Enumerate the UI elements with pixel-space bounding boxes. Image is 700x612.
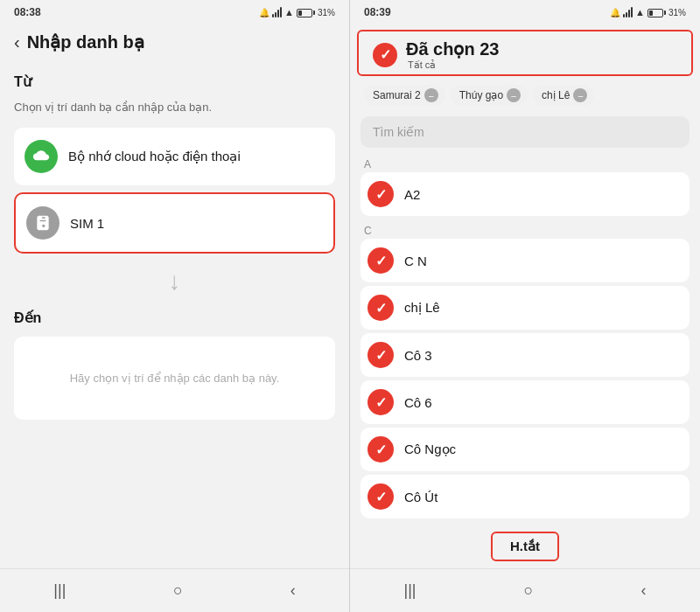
right-time: 08:39 [364,6,391,18]
option-cloud-phone[interactable]: Bộ nhớ cloud hoặc điện thoại [14,128,335,185]
left-content: Từ Chọn vị trí danh bạ cần nhập của bạn.… [0,59,349,568]
contact-co-ut-check [368,483,394,510]
contact-co-ut[interactable]: Cô Út [360,475,690,518]
right-phone-screen: 08:39 🔔 ▲ 31% Đã chọn 23 Tất cả Samu [350,0,700,612]
option-sim1[interactable]: SIM 1 [14,192,335,254]
tag-samurai2[interactable]: Samurai 2 – [364,85,445,106]
right-bottom-nav: ||| ○ ‹ [350,568,700,612]
contact-a2-check [368,181,394,207]
letter-c: C [360,219,690,239]
contact-a2-name: A2 [404,187,420,202]
left-battery-icon [297,8,315,17]
from-helper-text: Chọn vị trí danh bạ cần nhập của bạn. [14,101,335,114]
tag-chi-le[interactable]: chị Lê – [533,85,594,106]
left-time: 08:38 [14,6,41,18]
sim-icon [26,206,60,240]
right-status-bar: 08:39 🔔 ▲ 31% [350,0,700,24]
right-signal-icon [623,7,633,17]
contact-chi-le-check [368,295,394,321]
left-notification-icon: 🔔 [259,8,270,17]
selected-count-label: Đã chọn 23 [406,38,499,59]
right-home-nav-button[interactable]: ○ [524,581,534,600]
left-wifi-icon: ▲ [284,7,294,17]
contact-list: A A2 C C N chị Lê Cô 3 Cô 6 Cô Ngọc [350,153,700,525]
contact-cn-name: C N [404,254,427,268]
contact-co3-check [368,342,394,368]
search-placeholder: Tìm kiếm [373,125,424,139]
to-section-placeholder[interactable]: Hãy chọn vị trí để nhập các danh bạ này. [14,337,335,420]
left-top-bar: ‹ Nhập danh bạ [0,24,349,59]
right-battery-icon [648,8,666,17]
tag-samurai2-label: Samurai 2 [373,89,421,101]
right-back-nav-button[interactable]: ‹ [640,581,646,600]
contact-co3-name: Cô 3 [404,348,432,363]
contact-chi-le-name: chị Lê [404,300,440,316]
right-wifi-icon: ▲ [635,7,645,17]
right-notification-icon: 🔔 [610,8,620,17]
tag-thuy-gao-label: Thúy gạo [459,89,503,101]
left-page-title: Nhập danh bạ [27,31,144,52]
letter-a: A [360,153,690,172]
contact-cn[interactable]: C N [360,239,690,282]
search-box[interactable]: Tìm kiếm [360,116,690,148]
to-section-label: Đến [14,309,335,326]
left-status-bar: 08:38 🔔 ▲ 31% [0,0,349,24]
left-back-button[interactable]: ‹ [14,32,20,52]
left-bottom-nav: ||| ○ ‹ [0,568,349,612]
h-tat-button[interactable]: H.tắt [491,532,559,561]
tag-chi-le-label: chị Lê [542,89,570,101]
contact-co6-check [368,389,394,415]
left-home-nav-button[interactable]: ○ [173,581,183,600]
cloud-icon [24,140,58,173]
tat-ca-label: Tất cả [408,59,499,71]
contact-cn-check [368,247,394,274]
from-section-label: Từ [14,73,335,90]
selected-header[interactable]: Đã chọn 23 Tất cả [357,30,693,76]
selected-check-icon [373,43,397,67]
right-menu-nav-button[interactable]: ||| [404,581,416,600]
contact-co-ut-name: Cô Út [404,490,438,504]
contact-co3[interactable]: Cô 3 [360,333,690,377]
left-back-nav-button[interactable]: ‹ [290,581,296,600]
arrow-down-icon: ↓ [14,268,335,296]
tag-samurai2-remove[interactable]: – [424,88,438,102]
contact-co6[interactable]: Cô 6 [360,380,690,424]
right-battery-text: 31% [668,8,686,17]
tag-chi-le-remove[interactable]: – [573,88,587,102]
left-status-icons: 🔔 ▲ 31% [259,7,335,17]
contact-co6-name: Cô 6 [404,395,432,410]
option-sim1-label: SIM 1 [70,216,104,231]
left-phone-screen: 08:38 🔔 ▲ 31% ‹ Nhập danh bạ Từ Chọn vị … [0,0,350,612]
contact-co-ngoc-check [368,436,394,462]
left-menu-nav-button[interactable]: ||| [53,581,66,600]
tags-area: Samurai 2 – Thúy gạo – chị Lê – [350,80,700,113]
right-status-icons: 🔔 ▲ 31% [610,7,686,17]
tag-thuy-gao-remove[interactable]: – [507,88,521,102]
bottom-action-area: H.tắt [350,525,700,568]
contact-chi-le[interactable]: chị Lê [360,286,690,330]
contact-a2[interactable]: A2 [360,172,690,216]
contact-co-ngoc-name: Cô Ngọc [404,442,456,457]
left-battery-text: 31% [318,8,335,17]
left-signal-icon [272,7,282,17]
tag-thuy-gao[interactable]: Thúy gạo – [451,85,528,106]
option-cloud-label: Bộ nhớ cloud hoặc điện thoại [68,149,241,164]
contact-co-ngoc[interactable]: Cô Ngọc [360,428,690,471]
